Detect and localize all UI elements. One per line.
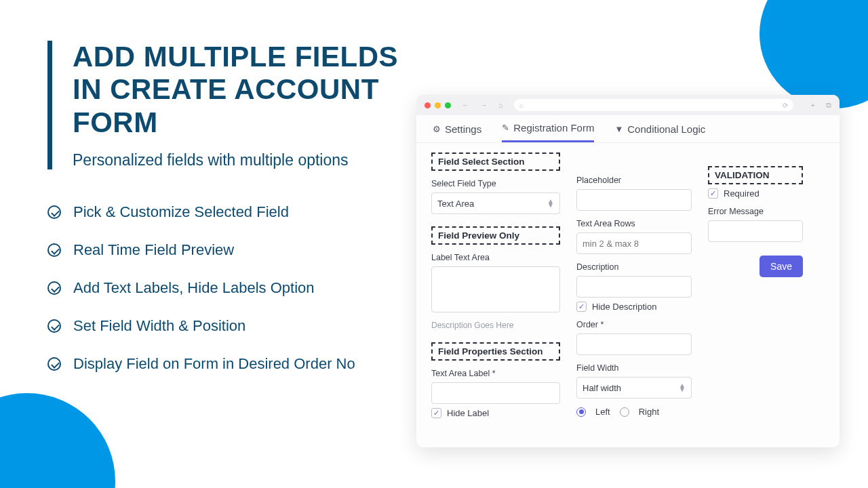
column-right: VALIDATION ✓ Required Error Message Save bbox=[708, 152, 803, 281]
list-item: Pick & Customize Selected Field bbox=[47, 203, 400, 221]
radio-left[interactable] bbox=[576, 407, 586, 417]
promo-subtitle: Personalized fields with multiple option… bbox=[73, 151, 400, 169]
preview-description-hint: Description Goes Here bbox=[431, 321, 560, 330]
radio-right[interactable] bbox=[620, 407, 629, 417]
label-select-field-type: Select Field Type bbox=[431, 179, 560, 188]
input-error-message[interactable] bbox=[708, 220, 803, 242]
gear-icon: ⚙ bbox=[433, 124, 441, 134]
label-text-area-rows: Text Area Rows bbox=[576, 219, 692, 228]
section-field-properties: Field Properties Section bbox=[431, 342, 560, 361]
tab-label: Registration Form bbox=[513, 122, 594, 134]
bullet-text: Real Time Field Preview bbox=[73, 241, 234, 259]
decor-blob-top-right bbox=[760, 0, 868, 108]
column-left: Field Select Section Select Field Type T… bbox=[431, 152, 560, 422]
back-icon[interactable]: ← bbox=[462, 101, 469, 109]
label-placeholder: Placeholder bbox=[576, 176, 692, 185]
add-tab-icon[interactable]: + bbox=[811, 101, 815, 109]
chevron-updown-icon: ▲▼ bbox=[679, 384, 686, 392]
close-icon[interactable] bbox=[425, 102, 431, 108]
label-text-area-preview: Label Text Area bbox=[431, 253, 560, 262]
save-button[interactable]: Save bbox=[760, 256, 803, 277]
bullet-text: Display Field on Form in Desired Order N… bbox=[73, 355, 355, 373]
textarea-preview[interactable] bbox=[431, 266, 560, 312]
check-circle-icon bbox=[47, 281, 61, 295]
input-text-area-rows[interactable] bbox=[576, 232, 692, 254]
tab-conditional-logic[interactable]: ▼ Conditional Logic bbox=[614, 122, 705, 142]
search-icon: ⌕ bbox=[519, 102, 524, 109]
tab-registration-form[interactable]: ✎ Registration Form bbox=[502, 122, 594, 142]
bullet-text: Pick & Customize Selected Field bbox=[73, 203, 289, 221]
section-field-select: Field Select Section bbox=[431, 152, 560, 171]
checkbox-label: Hide Description bbox=[592, 302, 656, 312]
list-item: Display Field on Form in Desired Order N… bbox=[47, 355, 400, 373]
checkbox-hide-label[interactable]: ✓ bbox=[431, 408, 441, 418]
label-description: Description bbox=[576, 262, 692, 272]
label-order: Order bbox=[576, 320, 692, 329]
checkbox-label: Hide Label bbox=[447, 408, 489, 418]
refresh-icon[interactable]: ⟳ bbox=[783, 102, 788, 109]
decor-blob-bottom-left bbox=[0, 393, 115, 488]
input-placeholder[interactable] bbox=[576, 189, 692, 211]
check-circle-icon bbox=[47, 357, 61, 371]
promo-bullet-list: Pick & Customize Selected Field Real Tim… bbox=[47, 203, 400, 373]
promo-panel: ADD MULTIPLE FIELDS IN CREATE ACCOUNT FO… bbox=[47, 41, 400, 393]
home-icon[interactable]: ⌂ bbox=[498, 101, 503, 109]
label-field-width: Field Width bbox=[576, 363, 692, 373]
maximize-icon[interactable] bbox=[445, 102, 451, 108]
select-value: Text Area bbox=[437, 199, 474, 209]
filter-icon: ▼ bbox=[614, 124, 623, 134]
promo-title: ADD MULTIPLE FIELDS IN CREATE ACCOUNT FO… bbox=[73, 41, 400, 139]
input-text-area-label[interactable] bbox=[431, 382, 560, 404]
radio-label: Right bbox=[639, 407, 659, 417]
bullet-text: Add Text Labels, Hide Labels Option bbox=[73, 279, 315, 297]
check-circle-icon bbox=[47, 205, 61, 219]
app-tabs: ⚙ Settings ✎ Registration Form ▼ Conditi… bbox=[416, 115, 840, 143]
section-field-preview: Field Preview Only bbox=[431, 226, 560, 245]
tab-label: Conditional Logic bbox=[627, 123, 705, 135]
edit-icon: ✎ bbox=[502, 123, 509, 133]
app-window: ← → ⌂ ⌕ ⟳ + ⧉ ⚙ Settings ✎ Registration … bbox=[416, 95, 840, 447]
select-field-width[interactable]: Half width ▲▼ bbox=[576, 377, 692, 399]
forward-icon[interactable]: → bbox=[480, 101, 488, 109]
checkbox-hide-description[interactable]: ✓ bbox=[576, 302, 587, 312]
url-bar[interactable]: ⌕ ⟳ bbox=[514, 99, 793, 111]
label-error-message: Error Message bbox=[708, 207, 803, 216]
chevron-updown-icon: ▲▼ bbox=[547, 199, 554, 207]
list-item: Set Field Width & Position bbox=[47, 317, 400, 335]
checkbox-required[interactable]: ✓ bbox=[708, 188, 718, 199]
check-circle-icon bbox=[47, 319, 61, 333]
checkbox-required-row[interactable]: ✓ Required bbox=[708, 188, 803, 199]
copy-icon[interactable]: ⧉ bbox=[826, 101, 831, 110]
section-validation: VALIDATION bbox=[708, 166, 803, 184]
radio-label: Left bbox=[595, 407, 610, 417]
bullet-text: Set Field Width & Position bbox=[73, 317, 245, 335]
form-panel: Field Select Section Select Field Type T… bbox=[416, 143, 840, 432]
list-item: Real Time Field Preview bbox=[47, 241, 400, 259]
browser-chrome: ← → ⌂ ⌕ ⟳ + ⧉ bbox=[416, 95, 840, 115]
minimize-icon[interactable] bbox=[435, 102, 441, 108]
select-value: Half width bbox=[583, 383, 621, 393]
input-order[interactable] bbox=[576, 333, 692, 355]
checkbox-label: Required bbox=[724, 188, 760, 199]
input-description[interactable] bbox=[576, 276, 692, 298]
column-middle: Placeholder Text Area Rows Description ✓… bbox=[576, 152, 692, 421]
tab-settings[interactable]: ⚙ Settings bbox=[433, 122, 481, 142]
select-field-type[interactable]: Text Area ▲▼ bbox=[431, 192, 560, 214]
checkbox-hide-description-row[interactable]: ✓ Hide Description bbox=[576, 302, 692, 312]
list-item: Add Text Labels, Hide Labels Option bbox=[47, 279, 400, 297]
check-circle-icon bbox=[47, 243, 61, 257]
label-text-area-label: Text Area Label bbox=[431, 369, 560, 378]
checkbox-hide-label-row[interactable]: ✓ Hide Label bbox=[431, 408, 560, 418]
tab-label: Settings bbox=[445, 123, 481, 135]
radio-position-group: Left Right bbox=[576, 407, 692, 417]
